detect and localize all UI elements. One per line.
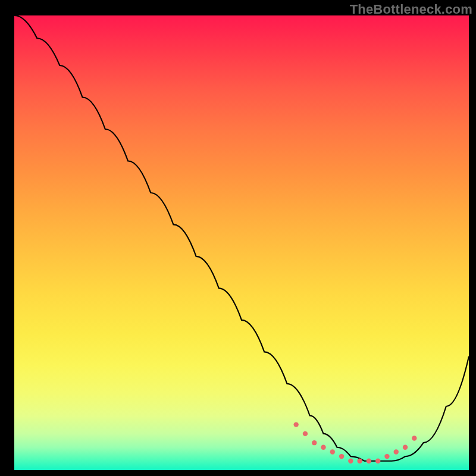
optimal-dot	[330, 449, 335, 454]
optimal-dot	[403, 445, 408, 450]
chart-svg-overlay	[14, 15, 469, 470]
optimal-dot	[412, 436, 416, 440]
optimal-dot	[303, 431, 308, 436]
optimal-dot	[394, 449, 399, 454]
optimal-dot	[321, 445, 325, 450]
optimal-dot	[339, 454, 344, 459]
optimal-dot	[348, 459, 353, 464]
chart-wrapper: TheBottleneck.com	[0, 0, 476, 476]
optimal-dot	[384, 454, 389, 459]
optimal-dot	[312, 440, 317, 445]
optimal-dot	[367, 459, 371, 464]
bottleneck-curve	[14, 15, 469, 461]
optimal-dot	[375, 459, 380, 464]
optimal-dot	[357, 459, 362, 464]
chart-area	[14, 15, 469, 470]
optimal-dot	[293, 422, 298, 427]
